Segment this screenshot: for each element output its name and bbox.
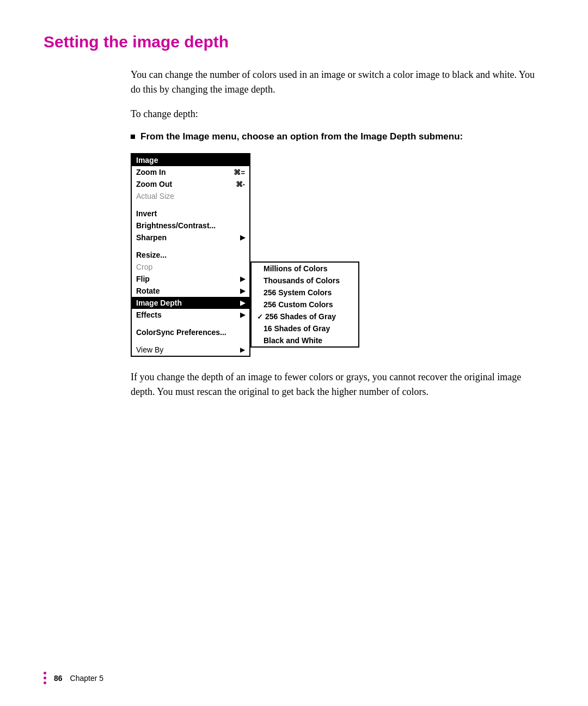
submenu-item-256-gray: 256 Shades of Gray (252, 311, 358, 322)
menu-item-label: Zoom Out (136, 180, 172, 188)
footer-chapter-label: Chapter 5 (70, 674, 103, 683)
bullet-icon (131, 135, 135, 139)
menu-item-image-depth: Image Depth ▶ (132, 297, 249, 309)
menu-item-brightness-contrast: Brightness/Contrast... (132, 220, 249, 232)
image-depth-submenu: Millions of Colors Thousands of Colors 2… (250, 261, 359, 348)
menu-item-label: ColorSync Preferences... (136, 328, 226, 337)
menu-item-colorsync: ColorSync Preferences... (132, 326, 249, 338)
footer-page-number: 86 (54, 674, 63, 683)
menu-item-label: Flip (136, 275, 150, 283)
menu-item-zoom-in: Zoom In ⌘= (132, 166, 249, 178)
menu-item-label: Rotate (136, 287, 160, 295)
menu-item-effects: Effects ▶ (132, 309, 249, 321)
bullet-label: From the Image menu, choose an option fr… (140, 131, 463, 142)
menu-item-label: Invert (136, 209, 157, 218)
footer-dot-2 (44, 677, 46, 679)
submenu-item-256-system: 256 System Colors (252, 287, 358, 299)
bullet-item: From the Image menu, choose an option fr… (131, 131, 544, 142)
menu-shortcut: ⌘= (234, 168, 245, 176)
menu-divider (132, 338, 249, 344)
menu-item-actual-size: Actual Size (132, 190, 249, 202)
menu-item-label: Image Depth (136, 299, 182, 307)
menu-item-label: Zoom In (136, 168, 166, 176)
menu-item-label: Resize... (136, 251, 167, 259)
menu-item-resize: Resize... (132, 249, 249, 261)
footer-dot-3 (44, 681, 46, 684)
menu-item-label: Actual Size (136, 192, 174, 200)
menu-header: Image (132, 154, 249, 166)
arrow-icon: ▶ (240, 287, 245, 295)
menu-item-flip: Flip ▶ (132, 273, 249, 285)
submenu-item-256-custom: 256 Custom Colors (252, 299, 358, 311)
menu-item-view-by: View By ▶ (132, 344, 249, 356)
menu-item-label: Effects (136, 311, 162, 319)
image-menu: Image Zoom In ⌘= Zoom Out ⌘- Actual Size (131, 153, 250, 357)
page-footer: 86 Chapter 5 (44, 672, 544, 684)
submenu-item-thousands: Thousands of Colors (252, 275, 358, 287)
menu-item-invert: Invert (132, 208, 249, 220)
menu-item-rotate: Rotate ▶ (132, 285, 249, 297)
menu-item-label: View By (136, 345, 163, 354)
menu-item-sharpen: Sharpen ▶ (132, 232, 249, 244)
closing-paragraph: If you change the depth of an image to f… (131, 370, 544, 399)
submenu-item-millions: Millions of Colors (252, 263, 358, 275)
menu-divider (132, 321, 249, 326)
menu-item-crop: Crop (132, 261, 249, 273)
menu-divider (132, 202, 249, 208)
submenu-item-black-white: Black and White (252, 334, 358, 346)
arrow-icon: ▶ (240, 275, 245, 283)
page-title: Setting the image depth (44, 33, 544, 51)
arrow-icon: ▶ (240, 234, 245, 241)
to-change-paragraph: To change depth: (131, 107, 544, 121)
footer-dot-1 (44, 672, 46, 674)
bullet-section: From the Image menu, choose an option fr… (131, 131, 544, 142)
submenu-item-16-gray: 16 Shades of Gray (252, 322, 358, 334)
menu-item-label: Crop (136, 263, 152, 271)
arrow-icon: ▶ (240, 311, 245, 319)
menu-item-label: Sharpen (136, 233, 167, 242)
menu-illustration: Image Zoom In ⌘= Zoom Out ⌘- Actual Size (131, 153, 544, 357)
arrow-icon: ▶ (240, 299, 245, 307)
footer-dots (44, 672, 46, 684)
menu-item-zoom-out: Zoom Out ⌘- (132, 178, 249, 190)
menu-divider (132, 244, 249, 249)
menu-item-label: Brightness/Contrast... (136, 221, 216, 230)
intro-paragraph: You can change the number of colors used… (131, 68, 544, 97)
arrow-icon: ▶ (240, 346, 245, 354)
menu-shortcut: ⌘- (236, 180, 245, 188)
